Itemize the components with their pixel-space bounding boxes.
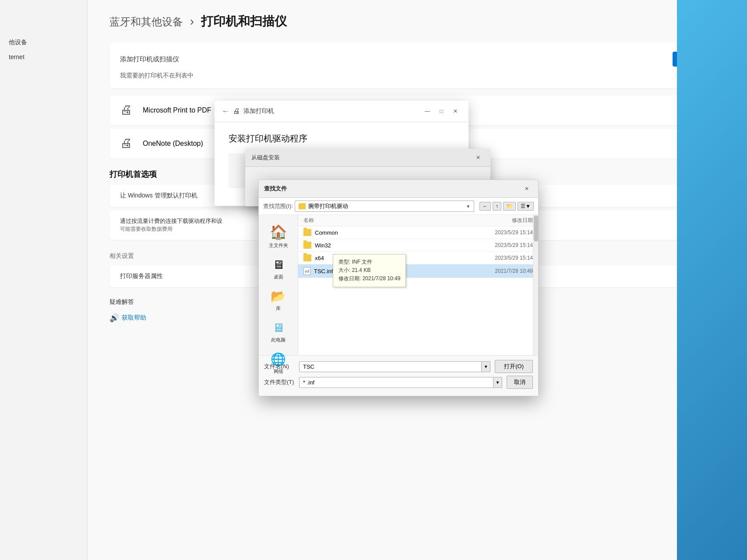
printer-name-onenote: OneNote (Desktop) (143, 140, 203, 148)
desktop-icon: 🖥 (272, 257, 285, 272)
library-label: 库 (276, 305, 281, 312)
location-input[interactable]: 腕带打印机驱动 ▼ (295, 201, 474, 212)
page-title: 打印机和扫描仪 (201, 14, 287, 28)
file-location-bar: 查找范围(I): 腕带打印机驱动 ▼ ← ↑ 📁 ☰▼ (259, 198, 538, 215)
location-toolbar: ← ↑ 📁 ☰▼ (479, 202, 534, 211)
computer-icon: 🖥 (272, 321, 285, 335)
wizard-minimize-btn[interactable]: — (421, 106, 433, 116)
scrollbar-thumb[interactable] (534, 215, 538, 242)
filedate-x64: 2023/5/29 15:14 (495, 255, 533, 261)
tooltip-size-label: 大小: (338, 267, 350, 273)
filename-x64: x64 (315, 255, 324, 261)
file-item-win32[interactable]: Win32 2023/5/29 15:14 (298, 239, 538, 252)
filetype-input[interactable] (299, 377, 493, 388)
tooltip-date-value: 2021/7/28 10:49 (363, 275, 401, 282)
open-button[interactable]: 打开(O) (495, 360, 533, 373)
filedate-tsc: 2021/7/28 10:49 (495, 268, 533, 274)
tooltip-date: 修改日期: 2021/7/28 10:49 (338, 275, 400, 283)
pref-download-label: 通过按流量计费的连接下载驱动程序和设可能需要收取数据费用 (120, 218, 222, 232)
location-value: 腕带打印机驱动 (308, 202, 348, 210)
location-chevron: ▼ (466, 204, 470, 209)
wizard-maximize-btn[interactable]: □ (435, 106, 447, 116)
wizard-back-btn[interactable]: ← (222, 107, 229, 116)
file-bottom: 文件名(N) ▼ 打开(O) 文件类型(T) ▼ 取消 (259, 355, 538, 396)
filetype-input-group: ▼ (299, 377, 502, 388)
breadcrumb-arrow: › (190, 14, 194, 28)
disk-dialog-close-btn[interactable]: ✕ (472, 152, 484, 163)
file-icon-tsc: inf (303, 267, 310, 275)
tooltip-date-label: 修改日期: (338, 275, 361, 282)
filename-input-group: ▼ (299, 361, 490, 372)
nav-folder-btn[interactable]: 📁 (503, 202, 516, 211)
pref-default-label: 让 Windows 管理默认打印机 (120, 192, 197, 199)
filename-row: 文件名(N) ▼ 打开(O) (264, 360, 533, 373)
home-icon: 🏠 (270, 224, 287, 240)
print-server-label: 打印服务器属性 (120, 272, 163, 279)
file-list-header: 名称 修改日期 (298, 215, 538, 226)
sidebar-item-computer[interactable]: 🖥 此电脑 (261, 317, 296, 347)
home-label: 主文件夹 (269, 242, 288, 249)
printer-icon-pdf: 🖨 (120, 102, 136, 118)
not-listed-text: 我需要的打印机不在列表中 (120, 72, 194, 80)
cancel-button[interactable]: 取消 (507, 376, 533, 389)
file-sidebar: 🏠 主文件夹 🖥 桌面 📂 库 🖥 此电脑 🌐 网络 (259, 215, 298, 355)
filetype-dropdown-btn[interactable]: ▼ (493, 377, 502, 388)
tooltip-type-label: 类型: (338, 259, 350, 265)
wizard-close-btn[interactable]: ✕ (449, 106, 462, 116)
add-printer-card: 添加打印机或扫描仪 刷新 ∧ 我需要的打印机不在列表中 手动添加 (109, 43, 725, 88)
filedate-common: 2023/5/29 15:14 (495, 229, 533, 236)
sidebar-item-internet[interactable]: ternet (0, 50, 87, 64)
computer-label: 此电脑 (271, 337, 285, 343)
filename-label: 文件名(N) (264, 363, 295, 370)
disk-dialog-title: 从磁盘安装 (251, 154, 280, 162)
troubleshoot-label[interactable]: 疑难解答 (109, 298, 134, 305)
page-header: 蓝牙和其他设备 › 打印机和扫描仪 (109, 13, 725, 30)
folder-icon-common (303, 229, 311, 236)
folder-small-icon (299, 203, 306, 209)
wizard-printer-icon: 🖨 (233, 107, 240, 115)
sidebar-item-desktop[interactable]: 🖥 桌面 (261, 254, 296, 284)
wizard-title-label: 添加打印机 (243, 107, 274, 115)
tooltip-type-value: INF 文件 (352, 259, 373, 265)
help-label: 获取帮助 (122, 314, 146, 322)
col-date-header: 修改日期 (512, 217, 533, 224)
tooltip-size-value: 21.4 KB (352, 267, 371, 273)
tooltip-size: 大小: 21.4 KB (338, 266, 400, 275)
tooltip-type: 类型: INF 文件 (338, 258, 400, 266)
file-tooltip: 类型: INF 文件 大小: 21.4 KB 修改日期: 2021/7/28 1… (333, 254, 406, 287)
right-panel (677, 0, 747, 560)
filename-tsc: TSC.inf (314, 268, 333, 275)
breadcrumb-bluetooth[interactable]: 蓝牙和其他设备 (109, 16, 183, 28)
printer-icon-onenote: 🖨 (120, 136, 136, 151)
file-dialog-title: 查找文件 (264, 185, 287, 193)
wizard-section-title: 安装打印机驱动程序 (229, 133, 455, 144)
sidebar-item-home[interactable]: 🏠 主文件夹 (261, 220, 296, 252)
sidebar: 他设备 ternet (0, 0, 88, 560)
add-printer-label: 添加打印机或扫描仪 (120, 55, 179, 63)
folder-icon-win32 (303, 242, 311, 249)
nav-up-btn[interactable]: ↑ (493, 202, 501, 211)
location-label: 查找范围(I): (263, 202, 293, 210)
desktop-label: 桌面 (274, 274, 283, 280)
nav-view-btn[interactable]: ☰▼ (518, 202, 534, 211)
scrollbar-track[interactable] (533, 215, 538, 355)
filedate-win32: 2023/5/29 15:14 (495, 242, 533, 248)
filename-common: Common (315, 229, 338, 236)
disk-titlebar: 从磁盘安装 ✕ (245, 149, 490, 167)
nav-back-btn[interactable]: ← (479, 202, 491, 211)
filename-input[interactable] (299, 361, 482, 372)
filename-win32: Win32 (315, 242, 331, 249)
filename-dropdown-btn[interactable]: ▼ (482, 361, 490, 372)
filetype-row: 文件类型(T) ▼ 取消 (264, 376, 533, 389)
folder-icon-x64 (303, 254, 311, 261)
file-dialog-close-btn[interactable]: ✕ (521, 183, 533, 194)
file-open-dialog: 查找文件 ✕ 查找范围(I): 腕带打印机驱动 ▼ ← ↑ 📁 ☰▼ 🏠 主文件… (258, 180, 539, 396)
library-icon: 📂 (271, 289, 286, 303)
filetype-label: 文件类型(T) (264, 378, 295, 386)
sidebar-item-other-devices[interactable]: 他设备 (0, 35, 87, 50)
printer-name-pdf: Microsoft Print to PDF (143, 106, 211, 114)
col-name-header: 名称 (303, 217, 314, 224)
sidebar-item-library[interactable]: 📂 库 (261, 285, 296, 315)
file-dialog-titlebar: 查找文件 ✕ (259, 180, 538, 198)
file-item-common[interactable]: Common 2023/5/29 15:14 (298, 226, 538, 239)
